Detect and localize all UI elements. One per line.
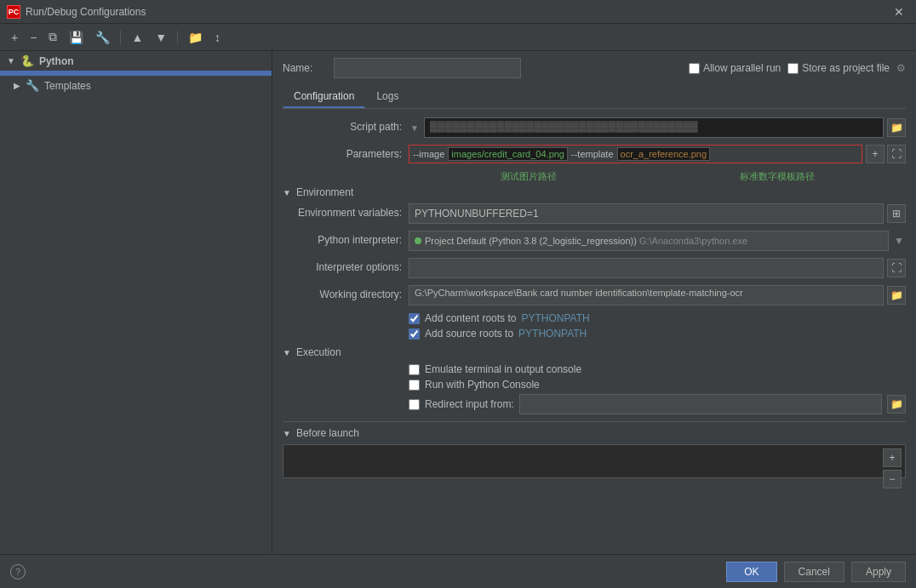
environment-arrow-icon[interactable]: ▼: [283, 188, 291, 197]
help-button[interactable]: ?: [10, 564, 26, 579]
apply-button[interactable]: Apply: [851, 562, 906, 582]
redirect-input-field[interactable]: [519, 394, 882, 414]
allow-parallel-label: Allow parallel run: [689, 62, 781, 74]
main-content: ▼ 🐍 Python ▶ 🔧 Templates Name:: [0, 51, 916, 554]
remove-button[interactable]: −: [26, 29, 41, 46]
execution-label: Execution: [296, 346, 341, 358]
params-fullscreen-button[interactable]: ⛶: [887, 145, 906, 163]
options-group: Allow parallel run Store as project file…: [689, 62, 906, 74]
fullscreen-icon: ⛶: [891, 148, 902, 160]
save-button[interactable]: 💾: [65, 29, 88, 46]
window-title: Run/Debug Configurations: [26, 6, 889, 18]
environment-label: Environment: [296, 186, 353, 198]
interpreter-options-input[interactable]: [409, 258, 884, 278]
python-interpreter-label: Python interpreter:: [283, 231, 402, 246]
launch-add-button[interactable]: +: [883, 448, 902, 467]
run-python-console-row: Run with Python Console: [283, 379, 906, 391]
sidebar-templates[interactable]: ▶ 🔧 Templates: [0, 76, 272, 95]
script-path-value: ▓▓▓▓▓▓▓▓▓▓▓▓▓▓▓▓▓▓▓▓▓▓▓▓▓▓▓▓▓▓▓▓▓▓▓▓: [430, 120, 698, 132]
tab-logs[interactable]: Logs: [365, 85, 409, 108]
store-project-checkbox[interactable]: [787, 63, 799, 74]
add-content-roots-row: Add content roots to PYTHONPATH: [283, 312, 906, 324]
param-template-value: ocr_a_reference.png: [617, 147, 711, 161]
right-panel: Name: Allow parallel run Store as projec…: [272, 51, 916, 554]
working-dir-control: G:\PyCharm\workspace\Bank card number id…: [409, 285, 906, 305]
script-path-row: Script path: ▼ ▓▓▓▓▓▓▓▓▓▓▓▓▓▓▓▓▓▓▓▓▓▓▓▓▓…: [283, 117, 906, 138]
content-pythonpath-text: PYTHONPATH: [521, 312, 589, 324]
sidebar-python-label: Python: [39, 55, 74, 67]
source-pythonpath-text: PYTHONPATH: [518, 328, 587, 340]
add-content-roots-checkbox[interactable]: [409, 313, 420, 324]
parameters-input[interactable]: --image images/credit_card_04.png --temp…: [409, 145, 862, 163]
interpreter-options-expand-button[interactable]: ⛶: [887, 259, 906, 277]
copy-button[interactable]: ⧉: [44, 28, 61, 46]
gear-icon[interactable]: ⚙: [896, 62, 906, 74]
sidebar-python-header[interactable]: ▼ 🐍 Python: [0, 51, 272, 71]
env-vars-button[interactable]: ⊞: [887, 204, 906, 223]
interpreter-row: Python interpreter: Project Default (Pyt…: [283, 231, 906, 251]
emulate-terminal-row: Emulate terminal in output console: [283, 363, 906, 375]
python-snake-icon: 🐍: [20, 54, 34, 67]
working-dir-folder-button[interactable]: 📁: [887, 286, 906, 305]
move-down-button[interactable]: ▼: [151, 29, 171, 46]
close-button[interactable]: ✕: [889, 3, 909, 20]
main-window: PC Run/Debug Configurations ✕ + − ⧉ 💾 🔧 …: [0, 0, 916, 588]
cancel-button[interactable]: Cancel: [784, 562, 844, 582]
store-project-label: Store as project file: [787, 62, 890, 74]
name-row: Name: Allow parallel run Store as projec…: [283, 58, 906, 78]
script-path-dropdown-icon[interactable]: ▼: [409, 122, 421, 134]
script-path-control: ▼ ▓▓▓▓▓▓▓▓▓▓▓▓▓▓▓▓▓▓▓▓▓▓▓▓▓▓▓▓▓▓▓▓▓▓▓▓ 📁: [409, 117, 906, 138]
env-vars-input[interactable]: [409, 203, 884, 224]
tabs: Configuration Logs: [283, 85, 906, 109]
templates-arrow-icon: ▶: [14, 81, 20, 90]
param-image-flag: --image: [413, 149, 444, 159]
script-path-folder-button[interactable]: 📁: [887, 118, 906, 137]
toolbar: + − ⧉ 💾 🔧 ▲ ▼ 📁 ↕: [0, 24, 916, 51]
sort-button[interactable]: ↕: [210, 29, 225, 46]
working-dir-field[interactable]: G:\PyCharm\workspace\Bank card number id…: [409, 285, 884, 305]
run-python-console-label: Run with Python Console: [425, 379, 540, 391]
emulate-terminal-checkbox[interactable]: [409, 364, 420, 375]
add-button[interactable]: +: [7, 29, 22, 46]
sidebar: ▼ 🐍 Python ▶ 🔧 Templates: [0, 51, 272, 554]
folder-button[interactable]: 📁: [184, 29, 207, 46]
before-launch-area: + −: [283, 444, 906, 478]
templates-wrench-icon: 🔧: [26, 79, 39, 92]
interpreter-value: Project Default (Python 3.8 (2_logistic_…: [425, 236, 883, 246]
add-source-roots-row: Add source roots to PYTHONPATH: [283, 328, 906, 340]
folder-icon: 📁: [890, 122, 903, 134]
folder-icon-3: 📁: [890, 398, 903, 410]
working-dir-label: Working directory:: [283, 285, 402, 300]
name-label: Name:: [283, 62, 325, 74]
emulate-terminal-label: Emulate terminal in output console: [425, 363, 581, 375]
environment-section-header: ▼ Environment: [283, 186, 906, 198]
interpreter-select[interactable]: Project Default (Python 3.8 (2_logistic_…: [409, 231, 889, 251]
params-expand-button[interactable]: +: [866, 145, 885, 163]
annotation-image-text: 测试图片路径: [501, 170, 557, 183]
redirect-input-row: Redirect input from: 📁: [283, 394, 906, 414]
run-python-console-checkbox[interactable]: [409, 380, 420, 391]
ok-button[interactable]: OK: [726, 562, 776, 582]
before-launch-header: ▼ Before launch: [283, 421, 906, 439]
working-dir-row: Working directory: G:\PyCharm\workspace\…: [283, 285, 906, 305]
add-source-roots-checkbox[interactable]: [409, 328, 420, 340]
bottom-buttons: OK Cancel Apply: [726, 562, 906, 582]
env-vars-label: Environment variables:: [283, 203, 402, 219]
redirect-folder-button[interactable]: 📁: [887, 395, 906, 414]
interpreter-dropdown-icon[interactable]: ▼: [892, 233, 906, 248]
launch-remove-button[interactable]: −: [883, 470, 902, 488]
sidebar-templates-label: Templates: [44, 80, 91, 92]
tab-configuration[interactable]: Configuration: [283, 85, 365, 108]
execution-arrow-icon[interactable]: ▼: [283, 348, 291, 357]
move-up-button[interactable]: ▲: [127, 29, 147, 46]
name-input[interactable]: [334, 58, 521, 78]
annotation-template-text: 标准数字模板路径: [740, 170, 815, 183]
redirect-input-checkbox[interactable]: [409, 399, 420, 410]
script-path-field[interactable]: ▓▓▓▓▓▓▓▓▓▓▓▓▓▓▓▓▓▓▓▓▓▓▓▓▓▓▓▓▓▓▓▓▓▓▓▓: [424, 117, 884, 138]
expand-icon-2: ⛶: [891, 262, 902, 274]
allow-parallel-checkbox[interactable]: [689, 63, 700, 74]
wrench-button[interactable]: 🔧: [91, 29, 114, 46]
before-launch-arrow-icon[interactable]: ▼: [283, 429, 291, 438]
title-bar: PC Run/Debug Configurations ✕: [0, 0, 916, 24]
interpreter-options-row: Interpreter options: ⛶: [283, 258, 906, 278]
